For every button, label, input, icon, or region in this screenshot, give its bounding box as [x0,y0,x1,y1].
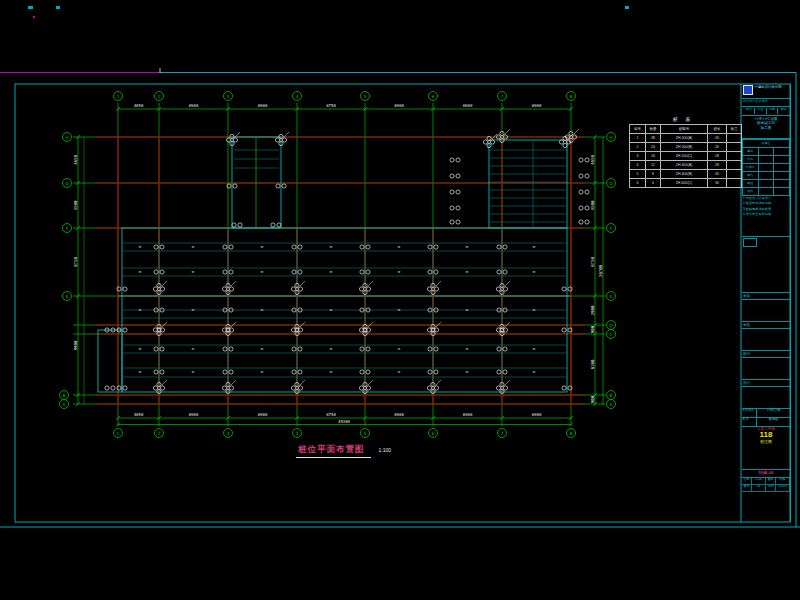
cell: 3 [630,152,646,161]
pile-circle [585,190,589,194]
dim-text-total: 45300 [338,419,351,424]
cell [727,152,742,161]
pile-circle [154,347,158,351]
pile-circle [123,287,127,291]
pile-symbol [222,281,236,295]
pile-leader [368,281,373,286]
beam-label-mark [466,310,469,311]
pile-circle [223,270,227,274]
pile-circle [222,386,226,390]
pile-circle [562,328,566,332]
pile-symbol [450,190,460,194]
dim-text-bottom: 4050 [134,412,144,417]
grid-bubble-label: 8 [570,94,573,99]
cell: 1 [630,134,646,143]
cell: 28 [708,161,727,170]
sign-cell [758,148,774,156]
pile-table-title: 桩 表 [629,116,737,124]
info-value: ××综合楼 [757,409,790,417]
pile-circle [359,386,363,390]
pile-symbol [579,206,589,210]
pile-symbol [450,206,460,210]
pile-circle [276,184,280,188]
grid-bubble-label: G [609,181,612,186]
pile-circle [277,223,281,227]
blank-box [742,248,790,293]
cad-application-window: 1122334455667788HHGGFFEEDCBBAA4050690069… [0,0,800,600]
grid-bubble-label: 2 [158,94,161,99]
cell: 28 [708,152,727,161]
pile-circle [497,347,501,351]
grid-bubble-label: B [63,393,66,398]
pile-circle [229,347,233,351]
dim-text-top: 6900 [394,103,404,108]
dim-text-bottom: 6900 [189,412,199,417]
pile-circle [227,184,231,188]
pile-circle [496,386,500,390]
grid-bubble-label: G [65,181,68,186]
footer-label: 图号 [742,485,752,492]
sign-cell [774,180,790,188]
pile-circle [456,190,460,194]
grid-bubble-label: A [63,402,66,407]
approval-box [742,386,790,409]
beam-label-mark [330,310,333,311]
pile-circle [291,386,295,390]
beam-label-mark [330,372,333,373]
pile-table-header-row: 编号 数量 桩型号 桩长 备注 [630,125,742,134]
pile-circle [427,386,431,390]
pile-circle [427,287,431,291]
cad-canvas[interactable]: 1122334455667788HHGGFFEEDCBBAA4050690069… [0,0,800,600]
sign-cell [758,180,774,188]
pile-circle [160,287,164,291]
beam-label-mark [466,349,469,350]
pile-circle [123,386,127,390]
cell: 设计 [743,108,755,114]
pile-circle [298,270,302,274]
beam-label-mark [398,310,401,311]
pile-table-header: 桩型号 [661,125,708,134]
pile-leader [231,281,236,286]
pile-table-header: 桩长 [708,125,727,134]
approval-block: 审定 审核 校对 设计 [742,293,790,409]
pile-circle [275,138,279,142]
dim-text-right: 900 [590,325,595,333]
grid-bubble-label: 3 [227,94,230,99]
beam-label-mark [192,247,195,248]
pile-circle [450,158,454,162]
pile-circle [585,220,589,224]
cell: ZH-500(B) [661,143,708,152]
pile-circle [154,245,158,249]
pile-circle [450,220,454,224]
sign-cell: 给排水 [743,164,759,172]
cell: 6 [630,179,646,188]
cell: 16 [646,152,661,161]
pile-symbol [271,223,281,227]
pile-circle [428,270,432,274]
cell: ZH-600(C) [661,179,708,188]
pile-circle [298,287,302,291]
beam-label-mark [139,349,142,350]
pile-circle [229,370,233,374]
pile-circle [579,220,583,224]
corner-mark [625,6,629,9]
dim-text-top: 6900 [463,103,473,108]
pile-circle [111,386,115,390]
sign-cell [758,172,774,180]
pile-circle [579,174,583,178]
pile-leader [162,380,167,385]
beam-label-mark [192,349,195,350]
info-row: 工程名称 ××综合楼 [742,409,790,418]
pile-leader [574,129,579,134]
pile-symbol [450,174,460,178]
beam-label-mark [139,247,142,248]
cell [727,134,742,143]
pile-circle [123,328,127,332]
pile-leader [368,380,373,385]
info-row: 项 目 桩基础 [742,418,790,427]
table-row: 224ZH-500(B)26 [630,143,742,152]
grid-bubble-label: 8 [570,431,573,436]
cell: 30 [708,179,727,188]
cell: 专业 [755,108,767,114]
stamp-text: 桩位图 [742,440,790,445]
